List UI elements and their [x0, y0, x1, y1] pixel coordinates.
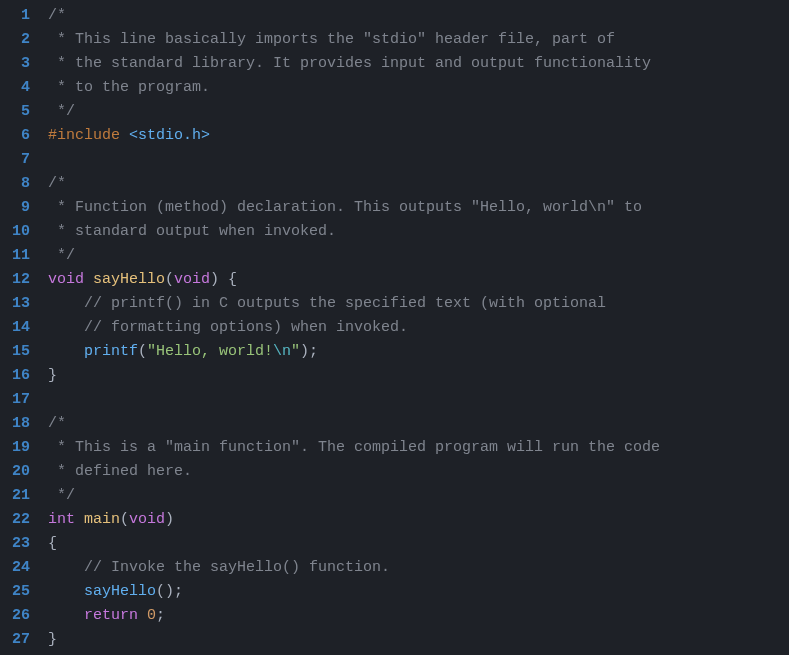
code-token: [48, 295, 84, 312]
code-line[interactable]: #include <stdio.h>: [48, 124, 789, 148]
code-token: void: [48, 271, 84, 288]
line-number: 4: [0, 76, 40, 100]
code-line[interactable]: * Function (method) declaration. This ou…: [48, 196, 789, 220]
code-editor: 1234567891011121314151617181920212223242…: [0, 0, 789, 655]
code-token: // Invoke the sayHello() function.: [84, 559, 390, 576]
line-number: 13: [0, 292, 40, 316]
code-area[interactable]: /* * This line basically imports the "st…: [40, 4, 789, 652]
code-token: /*: [48, 7, 66, 24]
code-line[interactable]: * to the program.: [48, 76, 789, 100]
code-line[interactable]: // printf() in C outputs the specified t…: [48, 292, 789, 316]
line-number-gutter: 1234567891011121314151617181920212223242…: [0, 4, 40, 652]
line-number: 25: [0, 580, 40, 604]
code-token: );: [300, 343, 318, 360]
code-token: ": [291, 343, 300, 360]
code-token: main: [84, 511, 120, 528]
line-number: 11: [0, 244, 40, 268]
code-token: ;: [156, 607, 165, 624]
code-line[interactable]: /*: [48, 412, 789, 436]
code-line[interactable]: [48, 388, 789, 412]
code-token: (: [165, 271, 174, 288]
line-number: 8: [0, 172, 40, 196]
code-token: [48, 319, 84, 336]
code-line[interactable]: return 0;: [48, 604, 789, 628]
code-token: * This line basically imports the "stdio…: [48, 31, 615, 48]
code-token: * to the program.: [48, 79, 210, 96]
line-number: 17: [0, 388, 40, 412]
code-line[interactable]: }: [48, 364, 789, 388]
code-line[interactable]: /*: [48, 4, 789, 28]
code-token: ) {: [210, 271, 237, 288]
line-number: 1: [0, 4, 40, 28]
line-number: 3: [0, 52, 40, 76]
line-number: 9: [0, 196, 40, 220]
code-token: "Hello, world!: [147, 343, 273, 360]
code-line[interactable]: [48, 148, 789, 172]
code-line[interactable]: * This line basically imports the "stdio…: [48, 28, 789, 52]
code-token: /*: [48, 415, 66, 432]
code-token: * Function (method) declaration. This ou…: [48, 199, 642, 216]
code-line[interactable]: {: [48, 532, 789, 556]
code-token: [138, 607, 147, 624]
code-token: // printf() in C outputs the specified t…: [84, 295, 606, 312]
line-number: 24: [0, 556, 40, 580]
code-line[interactable]: // formatting options) when invoked.: [48, 316, 789, 340]
code-token: // formatting options) when invoked.: [84, 319, 408, 336]
code-token: */: [48, 247, 75, 264]
line-number: 10: [0, 220, 40, 244]
code-token: ): [165, 511, 174, 528]
line-number: 6: [0, 124, 40, 148]
code-token: */: [48, 103, 75, 120]
code-token: [75, 511, 84, 528]
code-line[interactable]: int main(void): [48, 508, 789, 532]
code-token: }: [48, 367, 57, 384]
line-number: 2: [0, 28, 40, 52]
line-number: 18: [0, 412, 40, 436]
code-token: [48, 343, 84, 360]
code-token: {: [48, 535, 57, 552]
code-line[interactable]: * This is a "main function". The compile…: [48, 436, 789, 460]
code-token: * This is a "main function". The compile…: [48, 439, 660, 456]
code-line[interactable]: /*: [48, 172, 789, 196]
code-line[interactable]: */: [48, 100, 789, 124]
code-line[interactable]: sayHello();: [48, 580, 789, 604]
line-number: 14: [0, 316, 40, 340]
code-token: */: [48, 487, 75, 504]
code-token: sayHello: [84, 583, 156, 600]
code-line[interactable]: * the standard library. It provides inpu…: [48, 52, 789, 76]
line-number: 23: [0, 532, 40, 556]
line-number: 15: [0, 340, 40, 364]
code-token: (: [138, 343, 147, 360]
code-token: sayHello: [93, 271, 165, 288]
code-token: [120, 127, 129, 144]
code-token: void: [174, 271, 210, 288]
line-number: 5: [0, 100, 40, 124]
code-line[interactable]: void sayHello(void) {: [48, 268, 789, 292]
code-token: 0: [147, 607, 156, 624]
code-line[interactable]: */: [48, 484, 789, 508]
code-line[interactable]: }: [48, 628, 789, 652]
code-token: [48, 559, 84, 576]
line-number: 21: [0, 484, 40, 508]
code-token: [48, 583, 84, 600]
code-line[interactable]: printf("Hello, world!\n");: [48, 340, 789, 364]
code-token: (: [120, 511, 129, 528]
code-token: [84, 271, 93, 288]
line-number: 20: [0, 460, 40, 484]
line-number: 22: [0, 508, 40, 532]
code-token: printf: [84, 343, 138, 360]
line-number: 19: [0, 436, 40, 460]
line-number: 12: [0, 268, 40, 292]
code-line[interactable]: * defined here.: [48, 460, 789, 484]
code-line[interactable]: */: [48, 244, 789, 268]
code-token: #include: [48, 127, 120, 144]
code-token: \n: [273, 343, 291, 360]
line-number: 26: [0, 604, 40, 628]
code-line[interactable]: * standard output when invoked.: [48, 220, 789, 244]
code-line[interactable]: // Invoke the sayHello() function.: [48, 556, 789, 580]
code-token: * defined here.: [48, 463, 192, 480]
code-token: [48, 607, 84, 624]
code-token: ();: [156, 583, 183, 600]
code-token: /*: [48, 175, 66, 192]
code-token: }: [48, 631, 57, 648]
